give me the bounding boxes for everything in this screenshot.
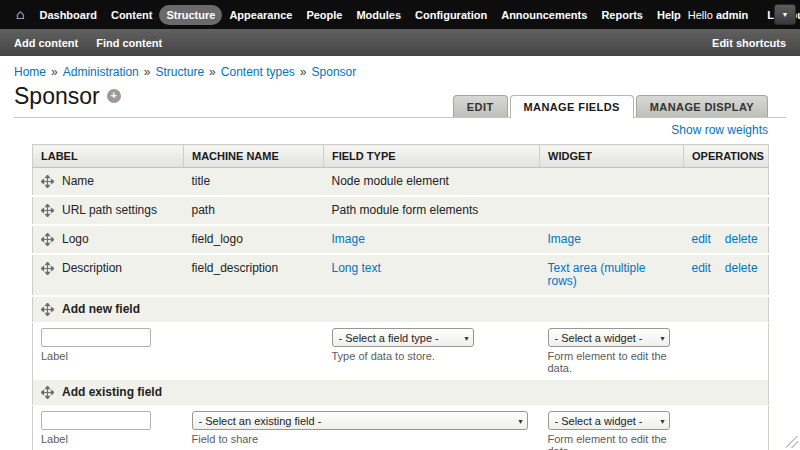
machine-name: field_logo <box>192 232 243 246</box>
widget-description: Form element to edit the data. <box>548 350 674 374</box>
drag-handle-icon[interactable] <box>41 233 54 246</box>
toolbar-item-configuration[interactable]: Configuration <box>408 5 494 25</box>
drag-handle-icon[interactable] <box>41 204 54 217</box>
toolbar-item-structure[interactable]: Structure <box>159 5 222 25</box>
breadcrumb-sponsor[interactable]: Sponsor <box>312 65 357 79</box>
drag-handle-icon[interactable] <box>41 386 54 399</box>
main-content: Home»Administration»Structure»Content ty… <box>0 56 800 450</box>
shortcut-find-content[interactable]: Find content <box>96 37 162 49</box>
field-label: Logo <box>62 233 89 246</box>
caret-down-icon: ▼ <box>782 11 789 18</box>
resize-grip[interactable] <box>786 436 798 448</box>
column-header-operations: OPERATIONS <box>684 145 769 168</box>
machine-name: title <box>192 174 211 188</box>
field-share-description: Field to share <box>192 433 530 445</box>
column-header-field-type: FIELD TYPE <box>324 145 540 168</box>
title-row: Sponsor + EDIT MANAGE FIELDS MANAGE DISP… <box>14 83 786 118</box>
add-to-shortcuts-icon[interactable]: + <box>107 89 121 103</box>
machine-name: field_description <box>192 261 279 275</box>
table-row-description: Description field_description Long text … <box>33 254 769 296</box>
toolbar-item-announcements[interactable]: Announcements <box>494 5 594 25</box>
toolbar-item-dashboard[interactable]: Dashboard <box>32 5 103 25</box>
tab-edit: EDIT <box>453 95 508 117</box>
toolbar-toggle-button[interactable]: ▼ <box>774 4 796 25</box>
toolbar-item-appearance[interactable]: Appearance <box>222 5 299 25</box>
breadcrumb-structure[interactable]: Structure <box>155 65 204 79</box>
fields-table: LABEL MACHINE NAME FIELD TYPE WIDGET OPE… <box>32 144 769 450</box>
machine-name: path <box>192 203 215 217</box>
toolbar-item-content[interactable]: Content <box>104 5 160 25</box>
column-header-widget: WIDGET <box>540 145 684 168</box>
home-icon[interactable]: ⌂ <box>8 5 32 25</box>
breadcrumb-separator: » <box>209 65 216 79</box>
tab-edit-link[interactable]: EDIT <box>453 95 508 117</box>
existing-field-widget-select[interactable]: - Select a widget - <box>548 411 670 430</box>
delete-link[interactable]: delete <box>725 262 758 275</box>
field-type-select[interactable]: - Select a field type - <box>332 328 474 347</box>
add-new-field-row: Add new field <box>33 296 769 323</box>
tab-manage-display-link[interactable]: MANAGE DISPLAY <box>636 95 768 117</box>
breadcrumb: Home»Administration»Structure»Content ty… <box>14 65 786 79</box>
widget-link[interactable]: Image <box>548 232 581 246</box>
user-greeting[interactable]: Hello admin <box>688 9 749 21</box>
breadcrumb-separator: » <box>51 65 58 79</box>
greeting-prefix: Hello <box>688 9 713 21</box>
shortcut-add-content[interactable]: Add content <box>14 37 78 49</box>
tab-manage-fields: MANAGE FIELDS <box>510 95 634 117</box>
field-type: Path module form elements <box>332 203 479 217</box>
new-field-widget-select[interactable]: - Select a widget - <box>548 328 670 347</box>
tab-manage-fields-link[interactable]: MANAGE FIELDS <box>510 95 634 118</box>
row-weights-toggle: Show row weights <box>32 124 768 137</box>
breadcrumb-separator: » <box>300 65 307 79</box>
add-existing-field-title: Add existing field <box>62 386 162 399</box>
edit-link[interactable]: edit <box>692 262 711 275</box>
existing-field-select[interactable]: - Select an existing field - <box>192 411 528 430</box>
field-label: URL path settings <box>62 204 157 217</box>
table-row-name: Name title Node module element <box>33 168 769 197</box>
new-field-label-input[interactable] <box>41 328 151 347</box>
existing-field-label-input[interactable] <box>41 411 151 430</box>
add-existing-field-row: Add existing field <box>33 380 769 406</box>
label-description: Label <box>41 350 174 362</box>
username-link[interactable]: admin <box>716 9 748 21</box>
drag-handle-icon[interactable] <box>41 175 54 188</box>
breadcrumb-administration[interactable]: Administration <box>63 65 139 79</box>
edit-shortcuts-link[interactable]: Edit shortcuts <box>712 37 786 49</box>
toolbar-item-help[interactable]: Help <box>650 5 688 25</box>
field-type-description: Type of data to store. <box>332 350 530 362</box>
shortcut-bar: Add content Find content Edit shortcuts <box>0 29 800 56</box>
drag-handle-icon[interactable] <box>41 303 54 316</box>
table-header-row: LABEL MACHINE NAME FIELD TYPE WIDGET OPE… <box>33 145 769 168</box>
field-label: Name <box>62 175 94 188</box>
table-row-url-path: URL path settings path Path module form … <box>33 196 769 225</box>
toolbar-item-people[interactable]: People <box>299 5 349 25</box>
show-row-weights-link[interactable]: Show row weights <box>671 123 768 137</box>
widget-link[interactable]: Text area (multiple rows) <box>548 261 646 288</box>
column-header-label: LABEL <box>33 145 184 168</box>
field-type-link[interactable]: Image <box>332 232 365 246</box>
breadcrumb-home[interactable]: Home <box>14 65 46 79</box>
add-new-field-title: Add new field <box>62 303 140 316</box>
drupal-admin-screen: ⌂ Dashboard Content Structure Appearance… <box>0 0 800 450</box>
edit-link[interactable]: edit <box>692 233 711 246</box>
primary-tabs: EDIT MANAGE FIELDS MANAGE DISPLAY <box>453 95 768 117</box>
breadcrumb-separator: » <box>144 65 151 79</box>
table-row-logo: Logo field_logo Image Image edit delete <box>33 225 769 254</box>
add-existing-field-controls: Label - Select an existing field -▾ Fiel… <box>33 406 769 450</box>
label-description: Label <box>41 433 174 445</box>
tab-manage-display: MANAGE DISPLAY <box>636 95 768 117</box>
drag-handle-icon[interactable] <box>41 262 54 275</box>
field-label: Description <box>62 262 122 275</box>
breadcrumb-content-types[interactable]: Content types <box>221 65 295 79</box>
add-new-field-controls: Label - Select a field type -▾ Type of d… <box>33 323 769 381</box>
delete-link[interactable]: delete <box>725 233 758 246</box>
toolbar-item-reports[interactable]: Reports <box>594 5 650 25</box>
field-type: Node module element <box>332 174 449 188</box>
admin-toolbar: ⌂ Dashboard Content Structure Appearance… <box>0 0 800 29</box>
widget-description: Form element to edit the data. <box>548 433 674 450</box>
page-title: Sponsor <box>14 83 100 117</box>
field-type-link[interactable]: Long text <box>332 261 381 275</box>
column-header-machine-name: MACHINE NAME <box>184 145 324 168</box>
toolbar-item-modules[interactable]: Modules <box>349 5 408 25</box>
